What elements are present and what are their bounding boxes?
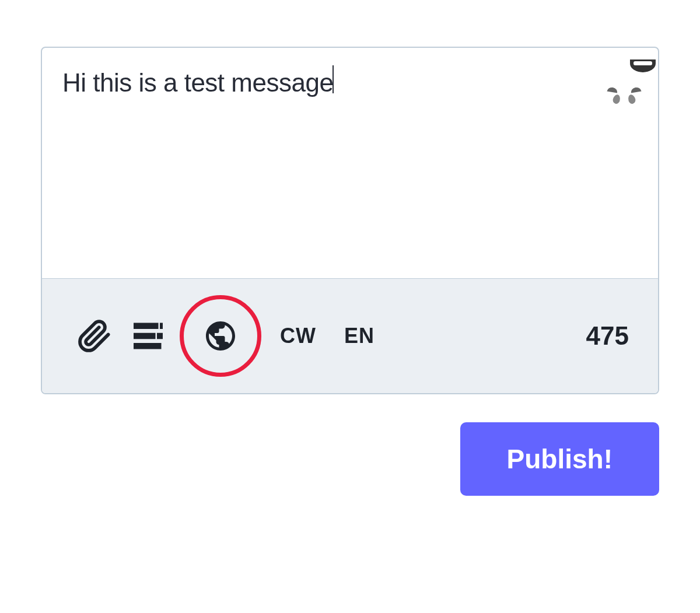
paperclip-icon	[77, 318, 112, 353]
compose-toolbar: CW EN 475	[42, 278, 658, 393]
publish-row: Publish!	[41, 422, 659, 496]
svg-rect-4	[134, 343, 162, 349]
emoji-picker-button[interactable]	[605, 59, 643, 98]
compose-text-area[interactable]: Hi this is a test message	[42, 48, 658, 278]
svg-rect-3	[157, 333, 163, 339]
svg-rect-2	[134, 333, 156, 339]
compose-text: Hi this is a test message	[62, 66, 333, 99]
globe-icon	[203, 318, 238, 353]
character-counter: 475	[586, 321, 629, 351]
svg-rect-0	[134, 323, 159, 330]
content-warning-button[interactable]: CW	[275, 324, 321, 348]
poll-icon	[131, 318, 166, 353]
language-button[interactable]: EN	[340, 324, 379, 348]
visibility-highlight-annotation	[180, 295, 261, 377]
text-cursor	[332, 65, 334, 93]
poll-button[interactable]	[131, 318, 166, 353]
svg-rect-1	[160, 323, 163, 330]
attach-media-button[interactable]	[77, 318, 112, 353]
publish-button[interactable]: Publish!	[460, 422, 659, 496]
compose-box: Hi this is a test message	[41, 47, 659, 394]
visibility-button[interactable]	[203, 318, 238, 353]
